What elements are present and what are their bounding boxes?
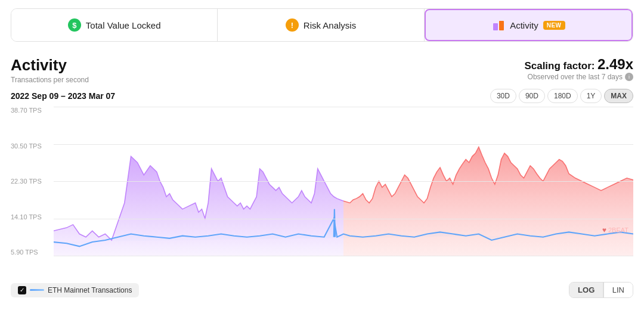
chart-controls: 2022 Sep 09 – 2023 Mar 07 30D 90D 180D 1… xyxy=(11,89,633,103)
legend-line xyxy=(30,289,44,291)
grid-line-3 xyxy=(54,181,633,182)
blue-spike xyxy=(334,209,335,237)
y-label-2: 30.50 TPS xyxy=(11,142,54,150)
tab-activity-label: Activity xyxy=(510,20,538,30)
y-label-3: 22.30 TPS xyxy=(11,178,54,185)
lin-button[interactable]: LIN xyxy=(604,283,633,297)
y-label-4: 14.10 TPS xyxy=(11,213,54,221)
legend-check: ✓ xyxy=(18,286,26,294)
time-btn-90d[interactable]: 90D xyxy=(519,89,545,103)
time-btn-30d[interactable]: 30D xyxy=(490,89,516,103)
grid-line-5 xyxy=(54,256,633,256)
scaling-value: 2.49x xyxy=(597,56,633,72)
legend-label: ETH Mainnet Transactions xyxy=(48,286,132,294)
bottom-bar: ✓ ETH Mainnet Transactions LOG LIN xyxy=(11,282,633,298)
warning-icon: ! xyxy=(286,18,299,32)
tab-risk[interactable]: ! Risk Analysis xyxy=(218,9,424,41)
tab-activity[interactable]: Activity New xyxy=(425,9,633,41)
y-label-5: 5.90 TPS xyxy=(11,249,54,256)
legend-item[interactable]: ✓ ETH Mainnet Transactions xyxy=(11,283,139,297)
observed-text: Observed over the last 7 days i xyxy=(524,73,633,81)
page-title: Activity xyxy=(11,56,89,75)
scaling-label: Scaling factor: xyxy=(524,60,595,72)
dollar-icon: $ xyxy=(68,18,81,32)
info-icon[interactable]: i xyxy=(625,73,633,81)
time-btn-1y[interactable]: 1Y xyxy=(580,89,602,103)
grid-line-2 xyxy=(54,144,633,145)
grid-line-1 xyxy=(54,107,633,107)
main-content: Activity Transactions per second Scaling… xyxy=(11,56,633,298)
chart-area: ♥ 2BEAT xyxy=(54,107,633,256)
watermark: ♥ 2BEAT xyxy=(602,226,628,234)
time-btn-max[interactable]: MAX xyxy=(604,89,633,103)
tab-bar: $ Total Value Locked ! Risk Analysis Act… xyxy=(11,8,633,42)
log-button[interactable]: LOG xyxy=(569,283,603,297)
time-btn-180d[interactable]: 180D xyxy=(547,89,578,103)
tab-tvl[interactable]: $ Total Value Locked xyxy=(11,9,218,41)
svg-rect-0 xyxy=(493,23,498,30)
time-filters: 30D 90D 180D 1Y MAX xyxy=(490,89,633,103)
title-block: Activity Transactions per second xyxy=(11,56,89,84)
scaling-block: Scaling factor: 2.49x Observed over the … xyxy=(524,56,633,81)
grid-line-4 xyxy=(54,219,633,219)
y-label-1: 38.70 TPS xyxy=(11,107,54,114)
date-range: 2022 Sep 09 – 2023 Mar 07 xyxy=(11,91,115,101)
svg-rect-1 xyxy=(499,21,504,30)
activity-icon xyxy=(492,18,505,32)
page-subtitle: Transactions per second xyxy=(11,76,89,84)
tab-risk-label: Risk Analysis xyxy=(304,20,356,30)
scale-buttons: LOG LIN xyxy=(569,282,633,298)
header-row: Activity Transactions per second Scaling… xyxy=(11,56,633,84)
heart-icon: ♥ xyxy=(602,226,606,234)
tab-tvl-label: Total Value Locked xyxy=(86,20,161,30)
y-axis: 38.70 TPS 30.50 TPS 22.30 TPS 14.10 TPS … xyxy=(11,107,54,256)
red-area xyxy=(343,147,633,256)
chart-wrapper: 38.70 TPS 30.50 TPS 22.30 TPS 14.10 TPS … xyxy=(11,107,633,274)
new-badge: New xyxy=(543,21,565,30)
